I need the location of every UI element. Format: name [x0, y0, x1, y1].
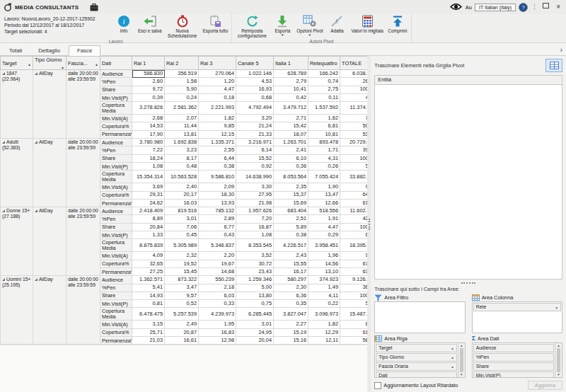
- pivot-cell[interactable]: 16,03: [165, 199, 199, 207]
- pivot-metric-label[interactable]: Audience: [100, 276, 132, 284]
- pivot-metric-label[interactable]: Share: [100, 154, 132, 162]
- pivot-cell[interactable]: 0,36: [274, 162, 308, 170]
- pivot-cell[interactable]: 67,66: [340, 260, 368, 267]
- pivot-cell[interactable]: 2.221.993: [199, 102, 236, 115]
- pivot-cell[interactable]: 0,29: [308, 231, 340, 239]
- pivot-cell[interactable]: 2,40: [165, 183, 199, 191]
- pivot-cell[interactable]: 58,90: [340, 337, 368, 345]
- pivot-metric-label[interactable]: Copertura%: [100, 191, 132, 199]
- pivot-metric-label[interactable]: Copertura%: [100, 328, 132, 336]
- pivot-cell[interactable]: 1,91: [308, 215, 340, 223]
- pivot-cell[interactable]: 5,41: [132, 284, 165, 292]
- pivot-metric-label[interactable]: Copertura Media: [100, 171, 132, 183]
- pivot-cell[interactable]: 7,22: [132, 146, 165, 154]
- pivot-cell[interactable]: 2,75: [308, 86, 340, 93]
- pivot-cell[interactable]: 9,46: [340, 252, 368, 260]
- pivot-cell[interactable]: 4.792.494: [236, 102, 274, 115]
- pivot-metric-label[interactable]: %Pen: [100, 146, 132, 154]
- expand-icon[interactable]: [2, 141, 5, 144]
- pivot-cell[interactable]: 15,69: [274, 199, 308, 207]
- pivot-cell[interactable]: 9,18: [340, 183, 368, 191]
- pivot-cell[interactable]: 2,51: [274, 215, 308, 223]
- pivot-cell[interactable]: 8.053.564: [274, 171, 308, 183]
- pivot-cell[interactable]: 17,90: [132, 130, 165, 138]
- pivot-cell[interactable]: 5,00: [236, 284, 274, 292]
- pivot-cell[interactable]: 5,89: [274, 223, 308, 231]
- pivot-metric-label[interactable]: Share: [100, 223, 132, 231]
- pivot-cell[interactable]: 15.487.503: [340, 308, 368, 321]
- pivot-cell[interactable]: 0,43: [199, 231, 236, 239]
- pivot-row-fascia[interactable]: dalle 20:00:00 alle 23:59:59: [67, 139, 100, 207]
- pivot-cell[interactable]: 6,44: [199, 154, 236, 162]
- pivot-cell[interactable]: 5.257.539: [165, 308, 199, 321]
- pivot-cell[interactable]: 3.216.971: [236, 139, 274, 146]
- pivot-cell[interactable]: 3,01: [236, 321, 274, 328]
- pivot-cell[interactable]: 7.055.424: [308, 171, 340, 183]
- pivot-cell[interactable]: 2,18: [199, 284, 236, 292]
- pivot-metric-label[interactable]: Permanenza%: [100, 337, 132, 345]
- pivot-cell[interactable]: 819.516: [165, 207, 199, 215]
- pivot-cell[interactable]: 21,03: [132, 337, 165, 345]
- field-pill[interactable]: Target▲: [376, 344, 456, 352]
- pivot-cell[interactable]: 2,55: [199, 146, 236, 154]
- pivot-cell[interactable]: 27,25: [132, 267, 165, 275]
- pivot-cell[interactable]: 16,17: [274, 267, 308, 275]
- pivot-cell[interactable]: 0,38: [274, 231, 308, 239]
- pivot-cell[interactable]: 9,85: [199, 122, 236, 130]
- pivot-cell[interactable]: 15,37: [274, 191, 308, 199]
- pivot-cell[interactable]: 1,95: [199, 321, 236, 328]
- pivot-cell[interactable]: 21,24: [236, 122, 274, 130]
- scrollbar[interactable]: ▲▼: [458, 343, 465, 377]
- pivot-cell[interactable]: 13,93: [199, 199, 236, 207]
- pivot-cell[interactable]: 100,00: [340, 223, 368, 231]
- pivot-cell[interactable]: 1,49: [308, 284, 340, 292]
- entita-list[interactable]: [374, 85, 562, 279]
- pivot-cell[interactable]: 4,01: [340, 93, 368, 101]
- pivot-cell[interactable]: 32,65: [132, 260, 165, 267]
- pivot-cell[interactable]: 6.285.445: [236, 308, 274, 321]
- pivot-row-tipo-giorno[interactable]: AllDay: [33, 207, 67, 276]
- pivot-cell[interactable]: 4,47: [308, 223, 340, 231]
- pivot-row-fascia[interactable]: dalle 20:00:00 alle 23:59:59: [67, 276, 100, 345]
- header-canale5[interactable]: Canale 5: [236, 57, 274, 70]
- pivot-cell[interactable]: 14,53: [132, 122, 165, 130]
- header-fascia[interactable]: Fascia...▲: [67, 57, 100, 70]
- expand-icon[interactable]: [2, 72, 5, 75]
- pivot-cell[interactable]: 2,49: [165, 321, 199, 328]
- pivot-row-target[interactable]: Donne 15+ (27.188): [1, 207, 33, 276]
- header-totale[interactable]: TOTALE: [340, 57, 368, 70]
- pivot-cell[interactable]: 6,10: [274, 154, 308, 162]
- pivot-metric-label[interactable]: Min.Visti(A): [100, 115, 132, 122]
- pivot-cell[interactable]: 2,79: [274, 78, 308, 86]
- pivot-cell[interactable]: 1.335.371: [199, 139, 236, 146]
- values-thousands-button[interactable]: Valori in migliaia: [349, 14, 385, 33]
- collapse-button[interactable]: Comprimi: [386, 14, 410, 33]
- pivot-cell[interactable]: 4,09: [132, 252, 165, 260]
- pivot-metric-label[interactable]: Copertura Media: [100, 102, 132, 115]
- apply-button[interactable]: Aggiorna: [528, 381, 562, 390]
- pivot-cell[interactable]: 18,24: [132, 154, 165, 162]
- pivot-cell[interactable]: 8,84: [340, 321, 368, 328]
- tab-fasce[interactable]: Fasce: [69, 45, 100, 56]
- pivot-cell[interactable]: 20,04: [236, 337, 274, 345]
- pivot-metric-label[interactable]: %Pen: [100, 215, 132, 223]
- area-colonna-box[interactable]: Rete▲: [472, 301, 562, 333]
- pivot-cell[interactable]: 15,45: [165, 267, 199, 275]
- pivot-cell[interactable]: 12,11: [308, 337, 340, 345]
- pivot-metric-label[interactable]: Min.Visti(A): [100, 252, 132, 260]
- pivot-cell[interactable]: 100,00: [340, 154, 368, 162]
- pivot-cell[interactable]: 893.478: [308, 139, 340, 146]
- pivot-cell[interactable]: 628.789: [274, 70, 308, 78]
- pivot-cell[interactable]: 7,20: [236, 215, 274, 223]
- pivot-cell[interactable]: 2.581.362: [165, 102, 199, 115]
- pivot-cell[interactable]: 18,07: [274, 130, 308, 138]
- pivot-cell[interactable]: 3.096.973: [308, 308, 340, 321]
- pivot-cell[interactable]: 4,11: [308, 292, 340, 299]
- pivot-cell[interactable]: 580.297: [274, 276, 308, 284]
- pivot-metric-label[interactable]: Copertura%: [100, 260, 132, 267]
- pivot-cell[interactable]: 3,20: [236, 115, 274, 122]
- pivot-cell[interactable]: 13,81: [165, 130, 199, 138]
- pivot-metric-label[interactable]: Min.Visti(P): [100, 231, 132, 239]
- pivot-cell[interactable]: 0,22: [308, 300, 340, 308]
- pivot-cell[interactable]: 9,57: [165, 292, 199, 299]
